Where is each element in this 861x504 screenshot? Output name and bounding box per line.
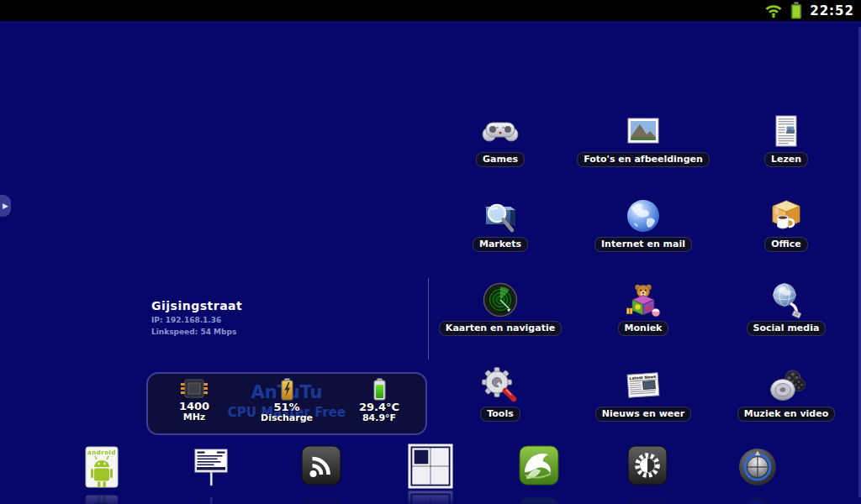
folder-internet[interactable]: Internet en mail [568,197,719,252]
dock-knob-app[interactable] [732,445,783,491]
folder-label: Markets [473,237,528,252]
dock-sign-app[interactable] [186,445,236,491]
gamepad-icon [481,112,520,150]
status-bar: 22:52 [0,0,861,21]
app-grid-icon [408,444,453,489]
rss-icon [301,445,341,487]
folder-muziek[interactable]: Muziek en video [710,366,861,422]
svg-text:android: android [87,449,116,456]
folder-label: Social media [747,321,827,336]
dock-brightness-app[interactable] [622,445,673,491]
clock: 22:52 [810,3,854,18]
antutu-cpu-widget[interactable]: AnTuTu CPU Master Free 1400 MHz 51% [146,372,427,435]
folder-nieuws[interactable]: Latest News Nieuws en weer [568,366,719,422]
document-icon [767,112,806,150]
android-card-icon: android [82,445,122,491]
wifi-ssid: Gijsingstraat [151,299,242,312]
folder-label: Lezen [764,152,808,167]
globe-cable-icon [767,281,806,319]
folder-tools[interactable]: Tools [425,366,576,422]
cpu-chip-icon [178,378,210,400]
folder-label: Tools [480,407,520,422]
dock-dolphin-browser[interactable] [514,445,564,491]
dock-app-drawer[interactable] [405,444,456,489]
folder-label: Muziek en video [737,407,836,422]
folder-label: Nieuws en weer [595,407,691,422]
folder-social[interactable]: Social media [710,281,861,336]
temperature-block: 29.4°C 84.9°F [333,374,425,433]
gear-screwdriver-icon [481,366,520,405]
folder-office[interactable]: Office [710,197,861,252]
speaker-film-icon [767,366,806,405]
folder-label: Games [476,152,525,167]
radar-icon [481,281,520,319]
widget-divider [428,278,429,360]
sign-antenna-icon [189,445,233,491]
home-screen: 22:52 ▶ Games Foto's en afbeeldi [0,0,861,504]
dolphin-browser-icon [519,445,559,487]
wifi-linkspeed: Linkspeed: 54 Mbps [151,328,242,336]
folder-markets[interactable]: Markets [425,197,576,252]
wifi-status-icon [764,3,783,18]
toybox-icon [624,281,663,319]
folder-kaarten[interactable]: Kaarten en navigatie [425,281,576,336]
folder-fotos[interactable]: Foto's en afbeeldingen [568,112,719,167]
globe-icon [624,197,663,235]
charging-battery-icon [280,378,294,401]
green-battery-icon [372,378,387,401]
folder-moniek[interactable]: Moniek [568,281,719,336]
dock-android-app[interactable]: android [77,445,127,491]
newspaper-icon: Latest News [624,366,663,405]
folder-label: Internet en mail [594,237,692,252]
folder-label: Moniek [618,321,669,336]
edge-expand-handle[interactable]: ▶ [0,195,11,217]
folder-games[interactable]: Games [425,112,576,167]
wifi-widget[interactable]: Gijsingstraat IP: 192.168.1.36 Linkspeed… [151,299,242,336]
brightness-icon [627,445,668,487]
folder-lezen[interactable]: Lezen [710,112,861,167]
metal-knob-icon [737,445,779,489]
cpu-frequency-block: 1400 MHz [148,374,240,433]
coffee-box-icon [767,197,806,235]
market-search-icon [481,197,520,235]
dock-rss-app[interactable] [296,445,346,491]
expand-arrow-icon: ▶ [3,202,8,210]
battery-discharge-block: 51% Discharge [240,374,333,433]
photo-icon [624,112,663,150]
wifi-ip: IP: 192.168.1.36 [151,316,242,324]
folder-label: Kaarten en navigatie [439,321,562,336]
folder-label: Office [764,237,808,252]
folder-label: Foto's en afbeeldingen [577,152,710,167]
battery-status-icon [790,2,802,19]
